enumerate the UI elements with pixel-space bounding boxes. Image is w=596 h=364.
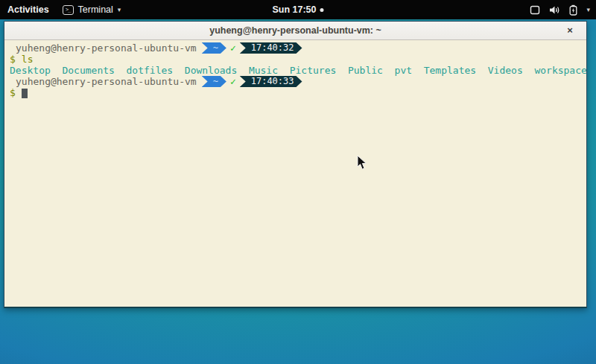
app-menu-label: Terminal [78, 4, 113, 15]
display-icon [530, 5, 540, 15]
terminal-screen[interactable]: yuheng@henry-personal-ubuntu-vm ~ ✓ 17:4… [4, 40, 586, 307]
battery-charging-icon [569, 4, 577, 16]
prompt-time-segment: 17:40:33 [240, 76, 302, 87]
terminal-icon: >_ [63, 5, 74, 15]
prompt-cwd-segment: ~ [202, 42, 226, 54]
prompt-symbol: $ [10, 54, 16, 65]
top-bar-left: Activities >_ Terminal ▾ [0, 4, 121, 15]
typed-command: ls [22, 54, 34, 65]
terminal-window: yuheng@henry-personal-ubuntu-vm: ~ × yuh… [4, 21, 587, 308]
prompt-symbol: $ [10, 87, 16, 98]
clock-button[interactable]: Sun 17:50 [272, 4, 323, 15]
desktop: Activities >_ Terminal ▾ Sun 17:50 [0, 0, 596, 364]
top-bar: Activities >_ Terminal ▾ Sun 17:50 [0, 0, 596, 19]
app-menu-button[interactable]: >_ Terminal ▾ [63, 4, 121, 15]
window-title-bar[interactable]: yuheng@henry-personal-ubuntu-vm: ~ × [4, 22, 586, 40]
chevron-down-icon: ▾ [118, 6, 121, 13]
window-title: yuheng@henry-personal-ubuntu-vm: ~ [209, 25, 381, 36]
mouse-cursor-icon [357, 155, 367, 170]
prompt-status-check-icon: ✓ [230, 76, 236, 87]
input-line[interactable]: $ [10, 87, 586, 98]
ls-output-line: Desktop Documents dotfiles Downloads Mus… [10, 65, 586, 76]
notification-dot-icon [320, 8, 324, 12]
chevron-down-icon: ▾ [586, 6, 590, 13]
terminal-cursor [22, 89, 28, 98]
clock-label: Sun 17:50 [272, 4, 316, 15]
prompt-time-segment: 17:40:32 [240, 42, 302, 54]
close-button[interactable]: × [564, 25, 576, 36]
prompt-line-1: yuheng@henry-personal-ubuntu-vm ~ ✓ 17:4… [10, 42, 586, 54]
prompt-user-host: yuheng@henry-personal-ubuntu-vm [10, 76, 197, 87]
command-line: $ls [10, 54, 586, 65]
system-status-menu[interactable]: ▾ [530, 4, 590, 16]
prompt-user-host: yuheng@henry-personal-ubuntu-vm [10, 42, 197, 54]
activities-button[interactable]: Activities [7, 4, 49, 15]
prompt-cwd-segment: ~ [202, 76, 226, 87]
prompt-line-2: yuheng@henry-personal-ubuntu-vm ~ ✓ 17:4… [10, 76, 586, 87]
prompt-status-check-icon: ✓ [230, 42, 236, 54]
volume-icon [549, 5, 560, 15]
